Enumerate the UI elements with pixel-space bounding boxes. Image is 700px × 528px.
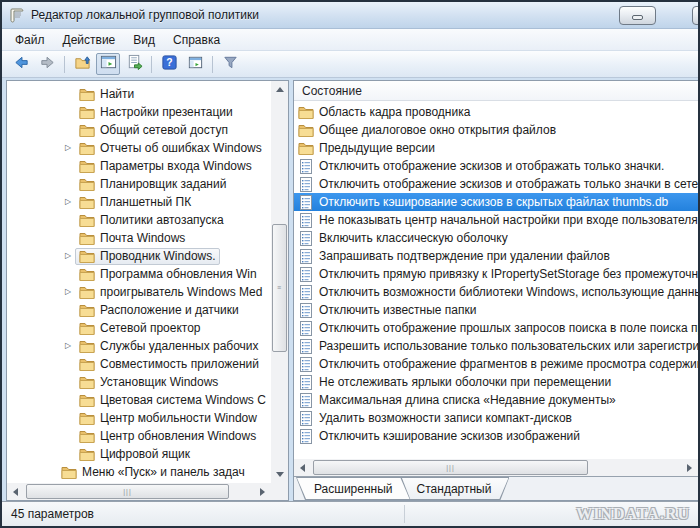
tree-item[interactable]: Центр мобильности Window [7, 409, 271, 427]
list-item[interactable]: Общее диалоговое окно открытия файлов [294, 121, 698, 139]
tree-vertical-scrollbar[interactable]: ≡ [271, 81, 288, 483]
scroll-right-icon[interactable] [254, 483, 271, 500]
title-bar[interactable]: Редактор локальной групповой политики [2, 2, 698, 29]
maximize-button[interactable] [692, 6, 700, 25]
folder-icon [79, 231, 95, 245]
tree-item[interactable]: Расположение и датчики [7, 301, 271, 319]
tree-cell[interactable]: Меню «Пуск» и панель задач [57, 464, 249, 481]
tree-hscroll-thumb[interactable]: ||| [26, 484, 229, 499]
tree-cell[interactable]: Сетевой проектор [75, 320, 205, 337]
column-header-state[interactable]: Состояние [294, 81, 698, 101]
list-item-selected[interactable]: Отключить кэширование эскизов в скрытых … [294, 193, 698, 211]
tree-item-label: Центр обновления Windows [100, 429, 256, 443]
list-item[interactable]: Отключить кэширование эскизов изображени… [294, 427, 698, 445]
list-item[interactable]: Отключить отображение прошлых запросов п… [294, 319, 698, 337]
list-item[interactable]: Не отслеживать ярлыки оболочки при перем… [294, 373, 698, 391]
list-item[interactable]: Предыдущие версии [294, 139, 698, 157]
tree-cell[interactable]: Найти [75, 86, 138, 103]
tree-vscroll-thumb[interactable]: ≡ [272, 224, 287, 352]
tree-cell[interactable]: Установщик Windows [75, 374, 222, 391]
export-list-button[interactable] [122, 53, 146, 75]
menu-view[interactable]: Вид [124, 31, 164, 49]
tree-item[interactable]: Установщик Windows [7, 373, 271, 391]
tree-cell[interactable]: Отчеты об ошибках Windows [75, 140, 266, 157]
tree-cell[interactable]: Цветовая система Windows C [75, 392, 270, 409]
up-level-button[interactable] [70, 53, 94, 75]
tree-item[interactable]: ▷проигрыватель Windows Med [7, 283, 271, 301]
scroll-left-icon[interactable] [294, 459, 311, 476]
list-item[interactable]: Не показывать центр начальной настройки … [294, 211, 698, 229]
list-hscroll-thumb[interactable]: ||| [313, 460, 588, 475]
expand-arrow-icon[interactable]: ▷ [61, 139, 75, 157]
new-window-button[interactable] [183, 53, 207, 75]
expand-arrow-icon[interactable]: ▷ [61, 247, 75, 265]
tree-item[interactable]: Общий сетевой доступ [7, 121, 271, 139]
tree-item[interactable]: ▷Планшетный ПК [7, 193, 271, 211]
tree-cell[interactable]: Цифровой ящик [75, 446, 194, 463]
list-item[interactable]: Область кадра проводника [294, 103, 698, 121]
tree-cell[interactable]: Центр обновления Windows [75, 428, 260, 445]
tab-standard[interactable]: Стандартный [399, 477, 510, 500]
list-item[interactable]: Отключить отображение эскизов и отобража… [294, 175, 698, 193]
tree-cell[interactable]: Планшетный ПК [75, 194, 195, 211]
tree-cell[interactable]: Общий сетевой доступ [75, 122, 232, 139]
tab-advanced[interactable]: Расширенный [296, 477, 411, 500]
list-item[interactable]: Отключить прямую привязку к IPropertySet… [294, 265, 698, 283]
scroll-right-icon[interactable] [681, 459, 698, 476]
list-item[interactable]: Удалить возможности записи компакт-диско… [294, 409, 698, 427]
tree-cell[interactable]: Политики автозапуска [75, 212, 228, 229]
tree-item[interactable]: Почта Windows [7, 229, 271, 247]
tree-selection[interactable]: Проводник Windows. [75, 248, 220, 265]
tree-item[interactable]: Меню «Пуск» и панель задач [7, 463, 271, 481]
tree-cell[interactable]: Планировщик заданий [75, 176, 230, 193]
expand-arrow-icon[interactable]: ▷ [61, 283, 75, 301]
expand-arrow-icon[interactable]: ▷ [61, 193, 75, 211]
tree-item[interactable]: Планировщик заданий [7, 175, 271, 193]
list-item[interactable]: Отключить возможности библиотеки Windows… [294, 283, 698, 301]
filter-button[interactable] [218, 53, 242, 75]
menu-help[interactable]: Справка [164, 31, 229, 49]
scroll-up-icon[interactable] [271, 81, 288, 98]
list-item[interactable]: Отключить известные папки [294, 301, 698, 319]
list-item[interactable]: Включить классическую оболочку [294, 229, 698, 247]
tree-item[interactable]: Параметры входа Windows [7, 157, 271, 175]
tree-horizontal-scrollbar[interactable]: ||| [7, 483, 271, 500]
tree-item[interactable]: Программа обновления Win [7, 265, 271, 283]
tree-item[interactable]: Политики автозапуска [7, 211, 271, 229]
tree-cell[interactable]: Почта Windows [75, 230, 189, 247]
tree-cell[interactable]: Центр мобильности Window [75, 410, 261, 427]
tree-item[interactable]: ▷Службы удаленных рабочих [7, 337, 271, 355]
list-item[interactable]: Запрашивать подтверждение при удалении ф… [294, 247, 698, 265]
tree-cell[interactable]: Совместимость приложений [75, 356, 263, 373]
console-tree-button[interactable] [96, 53, 120, 75]
tree-cell[interactable]: Программа обновления Win [75, 266, 261, 283]
minimize-button[interactable] [619, 6, 656, 25]
tree-item[interactable]: Настройки презентации [7, 103, 271, 121]
tree-item[interactable]: Совместимость приложений [7, 355, 271, 373]
tree-item[interactable]: Центр обновления Windows [7, 427, 271, 445]
tree-cell[interactable]: Службы удаленных рабочих [75, 338, 263, 355]
list-item[interactable]: Максимальная длина списка «Недавние доку… [294, 391, 698, 409]
list-item[interactable]: Разрешить использование только пользоват… [294, 337, 698, 355]
list-item[interactable]: Отключить отображение эскизов и отобража… [294, 157, 698, 175]
back-button[interactable] [9, 53, 33, 75]
list-horizontal-scrollbar[interactable]: ||| [294, 459, 698, 476]
list-item[interactable]: Отключить отображение фрагментов в режим… [294, 355, 698, 373]
scroll-down-icon[interactable] [271, 466, 288, 483]
tree-item[interactable]: Цифровой ящик [7, 445, 271, 463]
menu-action[interactable]: Действие [54, 31, 125, 49]
scroll-left-icon[interactable] [7, 483, 24, 500]
tree-cell[interactable]: проигрыватель Windows Med [75, 284, 266, 301]
tree-cell[interactable]: Настройки презентации [75, 104, 237, 121]
tree-item[interactable]: Найти [7, 85, 271, 103]
menu-file[interactable]: Файл [6, 31, 54, 49]
tree-item[interactable]: ▷Отчеты об ошибках Windows [7, 139, 271, 157]
tree-item[interactable]: Цветовая система Windows C [7, 391, 271, 409]
forward-button[interactable] [35, 53, 59, 75]
expand-arrow-icon[interactable]: ▷ [61, 337, 75, 355]
help-button[interactable]: ? [157, 53, 181, 75]
tree-cell[interactable]: Параметры входа Windows [75, 158, 256, 175]
tree-item[interactable]: Сетевой проектор [7, 319, 271, 337]
tree-cell[interactable]: Расположение и датчики [75, 302, 243, 319]
tree-item[interactable]: ▷Проводник Windows. [7, 247, 271, 265]
